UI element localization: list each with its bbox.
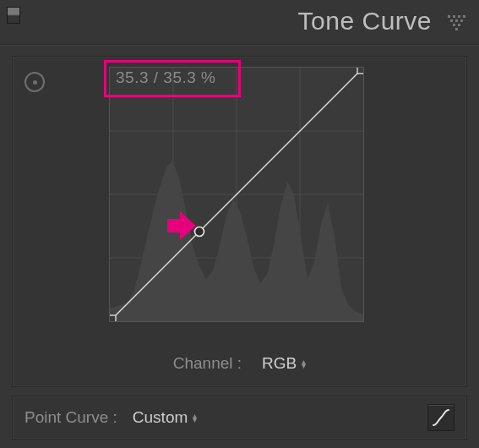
tone-curve-panel: Tone Curve 35.3 / 35.3 % [0,0,479,448]
panel-toggle-switch[interactable] [7,7,20,24]
targeted-adjustment-icon[interactable] [24,72,45,92]
panel-title: Tone Curve [298,7,432,36]
curve-endpoint-shadow [110,315,116,321]
curve-point-readout: 35.3 / 35.3 % [116,68,215,87]
curve-icon [432,408,450,427]
point-curve-label: Point Curve : [24,408,117,427]
edit-point-curve-button[interactable] [427,404,455,431]
panel-footer: Point Curve : Custom ▴▾ [12,396,467,440]
curve-control-point [195,227,204,237]
point-curve-select[interactable]: Custom ▴▾ [133,408,197,427]
curve-svg [110,68,363,321]
panel-disclosure-icon[interactable] [447,14,465,32]
channel-select[interactable]: RGB ▴▾ [262,354,306,373]
curve-graph[interactable] [109,67,364,322]
curve-endpoint-highlight [357,68,363,74]
stepper-icon: ▴▾ [302,359,306,368]
stepper-icon: ▴▾ [193,413,197,422]
point-curve-value-text: Custom [133,408,188,427]
divider [0,44,479,45]
channel-row: Channel : RGB ▴▾ [13,354,466,373]
curve-graph-container [109,67,364,322]
panel-header: Tone Curve [0,0,479,46]
channel-value-text: RGB [262,354,297,373]
channel-label: Channel : [173,354,242,373]
panel-body: 35.3 / 35.3 % [12,56,467,387]
